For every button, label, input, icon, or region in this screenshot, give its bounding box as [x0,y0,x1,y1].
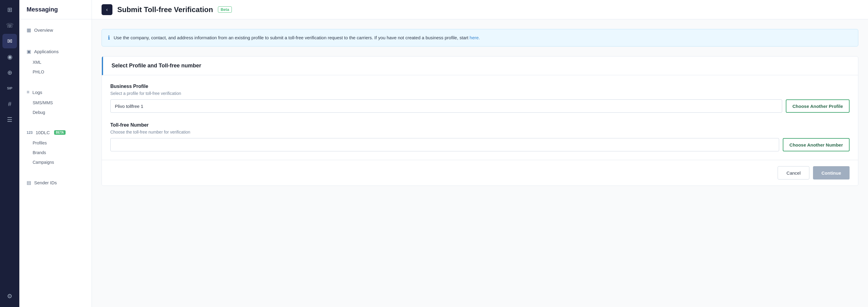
sidebar-item-phlo[interactable]: PHLO [19,67,92,77]
info-banner-text: Use the company, contact, and address in… [114,34,480,41]
sidebar-item-profiles[interactable]: Profiles [19,138,92,148]
main-content: ℹ Use the company, contact, and address … [92,19,868,307]
sidebar-item-10dlc[interactable]: 123 10DLC BETA [19,127,92,138]
back-icon: ‹ [106,7,107,12]
10dlc-icon: 123 [27,130,33,135]
sidebar-item-sms-mms[interactable]: SMS/MMS [19,98,92,108]
business-profile-input[interactable] [110,99,782,113]
business-profile-sublabel: Select a profile for toll-free verificat… [110,91,849,96]
overview-icon: ▦ [27,27,31,33]
toll-free-number-label: Toll-free Number [110,122,849,128]
sidebar-title: Messaging [19,0,92,19]
hash-nav-icon[interactable]: # [2,97,17,111]
sidebar-item-campaigns[interactable]: Campaigns [19,157,92,167]
sidebar-section-10dlc: 123 10DLC BETA Profiles Brands Campaigns [19,122,92,172]
business-profile-row: Choose Another Profile [110,99,849,113]
toll-free-number-input[interactable] [110,138,779,151]
toll-free-number-section: Toll-free Number Choose the toll-free nu… [110,122,849,151]
phone-nav-icon[interactable]: ☏ [2,18,17,33]
main-header: ‹ Submit Toll-free Verification Beta [92,0,868,19]
grid-nav-icon[interactable]: ⊞ [2,2,17,17]
sidebar-item-overview[interactable]: ▦ Overview [19,24,92,36]
choose-number-button[interactable]: Choose Another Number [783,138,849,151]
sidebar-section-sender-ids: ▤ Sender IDs [19,172,92,193]
choose-profile-button[interactable]: Choose Another Profile [786,99,849,113]
sidebar-item-debug[interactable]: Debug [19,108,92,117]
back-button[interactable]: ‹ [101,4,113,15]
form-card-body: Business Profile Select a profile for to… [102,75,858,160]
sidebar-section-overview: ▦ Overview [19,19,92,41]
toll-free-number-sublabel: Choose the toll-free number for verifica… [110,130,849,134]
page-title: Submit Toll-free Verification [117,5,213,14]
beta-badge: BETA [54,130,66,135]
toll-free-number-row: Choose Another Number [110,138,849,151]
queue-nav-icon[interactable]: ☰ [2,113,17,127]
sidebar-section-applications: ▣ Applications XML PHLO [19,41,92,82]
sidebar-item-brands[interactable]: Brands [19,148,92,157]
form-section-title: Select Profile and Toll-free number [112,63,849,69]
search-nav-icon[interactable]: ⊕ [2,65,17,80]
info-banner-link[interactable]: here. [470,35,480,40]
sip-nav-icon[interactable]: SIP [2,81,17,95]
sidebar-section-logs: ≡ Logs SMS/MMS Debug [19,82,92,122]
info-icon: ℹ [108,34,110,41]
business-profile-section: Business Profile Select a profile for to… [110,84,849,113]
sender-ids-icon: ▤ [27,180,31,186]
contact-nav-icon[interactable]: ◉ [2,50,17,64]
business-profile-label: Business Profile [110,84,849,89]
main-area: ‹ Submit Toll-free Verification Beta ℹ U… [92,0,868,307]
icon-rail: ⊞ ☏ ✉ ◉ ⊕ SIP # ☰ ⚙ [0,0,19,307]
beta-title-badge: Beta [218,6,232,13]
message-nav-icon[interactable]: ✉ [2,34,17,48]
logs-icon: ≡ [27,89,29,95]
continue-button[interactable]: Continue [813,166,849,180]
settings-nav-icon[interactable]: ⚙ [2,289,17,303]
form-card-header: Select Profile and Toll-free number [102,57,858,75]
info-banner: ℹ Use the company, contact, and address … [101,29,858,47]
sidebar: Messaging ▦ Overview ▣ Applications XML … [19,0,92,307]
applications-icon: ▣ [27,49,31,54]
sidebar-item-logs[interactable]: ≡ Logs [19,86,92,98]
form-footer: Cancel Continue [102,160,858,186]
form-card: Select Profile and Toll-free number Busi… [101,56,858,186]
sidebar-item-xml[interactable]: XML [19,57,92,67]
sidebar-item-applications[interactable]: ▣ Applications [19,45,92,57]
sidebar-item-sender-ids[interactable]: ▤ Sender IDs [19,177,92,189]
cancel-button[interactable]: Cancel [778,166,809,180]
